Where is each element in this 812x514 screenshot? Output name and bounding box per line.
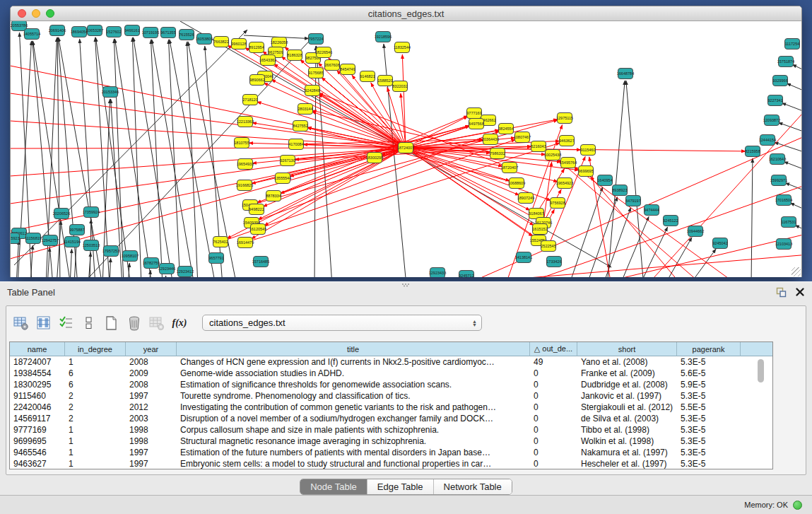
graph-node[interactable]: 8912954 bbox=[249, 42, 264, 53]
graph-node[interactable]: 19166825 bbox=[236, 180, 253, 191]
graph-node[interactable]: 7957224 bbox=[308, 34, 323, 45]
graph-node[interactable]: 1733426 bbox=[546, 257, 561, 267]
window-resize-grip[interactable] bbox=[792, 267, 801, 276]
graph-node[interactable]: 9245122 bbox=[663, 216, 678, 226]
graph-node[interactable]: 18724007 bbox=[397, 143, 414, 153]
table-row[interactable]: 1456911722003Disruption of a novel membe… bbox=[10, 413, 772, 424]
table-cell[interactable]: Hescheler et al. (1997) bbox=[577, 458, 677, 469]
table-cell[interactable]: 14569117 bbox=[10, 413, 65, 424]
window-titlebar[interactable]: citations_edges.txt bbox=[11, 6, 801, 21]
table-cell[interactable]: 1997 bbox=[126, 390, 177, 402]
close-window-button[interactable] bbox=[18, 9, 26, 18]
graph-node[interactable]: 8878334 bbox=[266, 191, 281, 201]
graph-node[interactable]: 10807467 bbox=[514, 132, 531, 143]
table-cell[interactable]: 0 bbox=[530, 402, 577, 413]
graph-node[interactable]: 18300295 bbox=[366, 153, 383, 163]
table-cell[interactable]: 5.3E-5 bbox=[677, 424, 741, 436]
graph-node[interactable]: 8186328 bbox=[287, 50, 302, 61]
graph-node[interactable]: 18226546 bbox=[315, 47, 332, 58]
table-cell[interactable]: Corpus callosum shape and size in male p… bbox=[177, 424, 530, 436]
table-cell[interactable]: 9463627 bbox=[10, 458, 65, 469]
graph-node[interactable]: 14138141 bbox=[515, 252, 532, 263]
table-row[interactable]: 969969511998Structural magnetic resonanc… bbox=[10, 436, 772, 447]
graph-node[interactable]: 8454749 bbox=[340, 64, 355, 75]
graph-node[interactable]: 11156819 bbox=[25, 233, 42, 244]
table-select-dropdown[interactable]: citations_edges.txt ▲▼ bbox=[202, 315, 482, 331]
graph-node[interactable]: 2803144 bbox=[298, 104, 312, 115]
table-cell[interactable]: 1 bbox=[65, 424, 126, 436]
table-cell[interactable]: 0 bbox=[530, 390, 577, 402]
graph-node[interactable]: 16120545 bbox=[249, 224, 266, 235]
table-cell[interactable]: 9465546 bbox=[10, 447, 65, 458]
table-cell[interactable]: Nakamura et al. (1997) bbox=[577, 447, 677, 458]
graph-node[interactable]: 1588520 bbox=[377, 76, 392, 86]
graph-node[interactable]: 19654923 bbox=[556, 178, 573, 189]
graph-node[interactable]: 1640954 bbox=[597, 175, 612, 186]
graph-node[interactable]: 12942757 bbox=[42, 235, 59, 246]
row-select-icon[interactable] bbox=[57, 314, 76, 332]
graph-node[interactable]: 10958107 bbox=[122, 251, 139, 262]
column-header-name[interactable]: name bbox=[10, 342, 65, 356]
graph-node[interactable]: 8427552 bbox=[293, 121, 307, 132]
table-cell[interactable]: Estimation of the future numbers of pati… bbox=[177, 447, 530, 458]
graph-node[interactable]: 20364436 bbox=[482, 134, 499, 145]
table-cell[interactable]: 5.3E-5 bbox=[677, 356, 741, 368]
graph-node[interactable]: 12975115 bbox=[556, 113, 573, 124]
table-cell[interactable]: 5.3E-5 bbox=[677, 436, 741, 447]
graph-node[interactable]: 9245042 bbox=[712, 238, 727, 249]
column-header-short[interactable]: short bbox=[577, 342, 677, 356]
graph-node[interactable]: 19218596 bbox=[375, 32, 392, 42]
table-cell[interactable]: 0 bbox=[530, 447, 577, 458]
graph-node[interactable]: 9466161 bbox=[124, 25, 139, 36]
graph-node[interactable]: 20153346 bbox=[102, 87, 119, 98]
graph-node[interactable]: 11832544 bbox=[394, 42, 411, 53]
delete-column-icon[interactable] bbox=[125, 314, 143, 332]
graph-node[interactable]: 16782759 bbox=[143, 258, 160, 269]
tab-edge-table[interactable]: Edge Table bbox=[367, 479, 433, 494]
table-cell[interactable]: Yano et al. (2008) bbox=[577, 356, 677, 368]
table-cell[interactable]: 2 bbox=[65, 402, 126, 413]
table-options-icon[interactable] bbox=[12, 314, 30, 332]
table-row[interactable]: 1872400712008Changes of HCN gene express… bbox=[10, 356, 772, 368]
table-cell[interactable]: 19384554 bbox=[10, 368, 65, 379]
column-header-in_degree[interactable]: in_degree bbox=[65, 342, 126, 356]
graph-node[interactable]: 13555544 bbox=[274, 173, 291, 184]
table-cell[interactable]: 1 bbox=[65, 436, 126, 447]
graph-node[interactable]: 20206526 bbox=[53, 209, 70, 219]
table-cell[interactable]: Tibbo et al. (1998) bbox=[577, 424, 677, 436]
graph-node[interactable]: 9777169 bbox=[466, 108, 481, 119]
float-panel-icon[interactable] bbox=[776, 287, 787, 298]
table-cell[interactable]: 0 bbox=[530, 458, 577, 469]
graph-node[interactable]: 9463627 bbox=[559, 136, 574, 146]
function-builder-icon[interactable]: f(x) bbox=[170, 314, 189, 332]
graph-node[interactable]: 8215958 bbox=[745, 146, 760, 157]
show-columns-icon[interactable] bbox=[35, 314, 53, 332]
graph-node[interactable]: 9657791 bbox=[208, 253, 223, 264]
graph-node[interactable]: 7663822 bbox=[213, 37, 228, 47]
table-cell[interactable]: 1998 bbox=[126, 424, 177, 436]
delete-table-icon[interactable] bbox=[148, 314, 166, 332]
graph-node[interactable]: 3915923 bbox=[11, 233, 20, 244]
table-cell[interactable]: 2012 bbox=[126, 402, 177, 413]
graph-node[interactable]: 9245712 bbox=[459, 271, 473, 278]
graph-node[interactable]: 9975887 bbox=[69, 225, 84, 235]
table-cell[interactable]: Franke et al. (2009) bbox=[577, 368, 677, 379]
table-row[interactable]: 2242004622012Investigating the contribut… bbox=[10, 402, 772, 413]
graph-node[interactable]: 12093872 bbox=[763, 115, 780, 126]
tab-node-table[interactable]: Node Table bbox=[300, 479, 367, 494]
graph-node[interactable]: 9329966 bbox=[772, 76, 787, 86]
table-cell[interactable]: 22420046 bbox=[10, 402, 65, 413]
graph-node[interactable]: 7615526 bbox=[179, 30, 194, 40]
table-cell[interactable]: 6 bbox=[65, 379, 126, 390]
table-cell[interactable]: Jankovic et al. (1997) bbox=[577, 390, 677, 402]
graph-node[interactable]: 6216043 bbox=[531, 141, 546, 152]
table-cell[interactable]: 0 bbox=[530, 436, 577, 447]
column-header-year[interactable]: year bbox=[126, 342, 177, 356]
graph-node[interactable]: 16543362 bbox=[259, 55, 276, 66]
graph-node[interactable]: 10025438 bbox=[544, 150, 561, 160]
graph-node[interactable]: 9498222 bbox=[249, 204, 264, 215]
table-cell[interactable]: 9115460 bbox=[10, 390, 65, 402]
graph-node[interactable]: 10719195 bbox=[142, 28, 159, 38]
minimize-window-button[interactable] bbox=[32, 9, 40, 18]
network-canvas[interactable]: 2055378614055714206914061869405410653287… bbox=[11, 21, 801, 277]
